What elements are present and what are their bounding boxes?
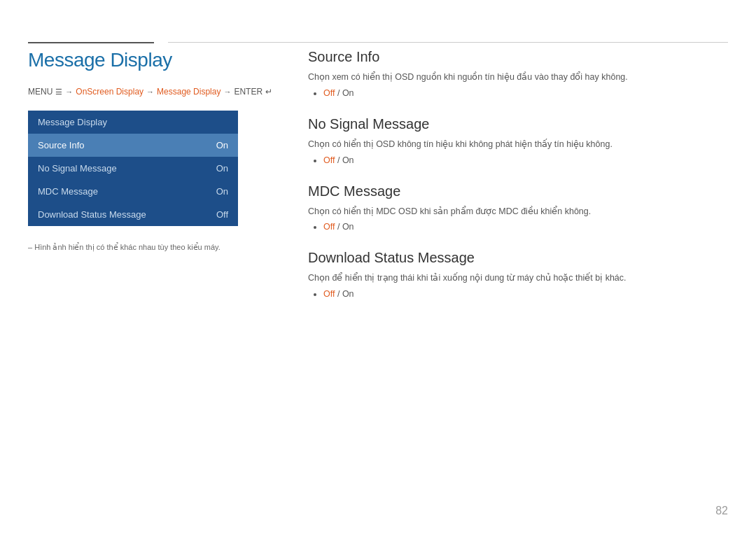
section-desc-no-signal-message: Chọn có hiển thị OSD không tín hiệu khi … (308, 138, 728, 151)
section-title-no-signal-message: No Signal Message (308, 116, 728, 132)
section-desc-source-info: Chọn xem có hiển thị OSD nguồn khi nguồn… (308, 71, 728, 84)
breadcrumb-menu: MENU (28, 87, 52, 97)
nav-row[interactable]: Source InfoOn (28, 134, 238, 157)
section-title-source-info: Source Info (308, 49, 728, 65)
nav-item-value: Off (196, 203, 238, 226)
right-panel: Source InfoChọn xem có hiển thị OSD nguồ… (308, 49, 728, 317)
breadcrumb-onscreen[interactable]: OnScreen Display (76, 87, 144, 97)
option-off-on-mdc-message: Off / On (323, 222, 728, 232)
left-panel: Message Display MENU ☰ → OnScreen Displa… (28, 49, 294, 252)
nav-table-header: Message Display (28, 111, 238, 134)
option-on-source-info: On (342, 88, 354, 98)
section-mdc-message: MDC MessageChọn có hiển thị MDC OSD khi … (308, 183, 728, 232)
page-number: 82 (715, 505, 728, 517)
nav-item-value: On (196, 180, 238, 203)
nav-item-label: Download Status Message (28, 203, 196, 226)
nav-table: Message Display Source InfoOnNo Signal M… (28, 111, 238, 226)
option-on-download-status-message: On (342, 289, 354, 299)
footnote: Hình ảnh hiển thị có thể khác nhau tùy t… (28, 243, 294, 252)
menu-icon: ☰ (55, 87, 62, 97)
option-off-no-signal-message: Off (323, 155, 335, 165)
section-title-mdc-message: MDC Message (308, 183, 728, 199)
page-title: Message Display (28, 49, 294, 71)
section-desc-download-status-message: Chọn để hiển thị trạng thái khi tải xuốn… (308, 272, 728, 285)
nav-item-value: On (196, 157, 238, 180)
section-source-info: Source InfoChọn xem có hiển thị OSD nguồ… (308, 49, 728, 98)
nav-row[interactable]: Download Status MessageOff (28, 203, 238, 226)
top-rule-right (168, 42, 728, 43)
enter-icon: ↵ (265, 87, 272, 97)
breadcrumb-arrow-1: → (65, 87, 73, 96)
option-off-on-no-signal-message: Off / On (323, 155, 728, 165)
nav-item-label: Source Info (28, 134, 196, 157)
option-off-on-download-status-message: Off / On (323, 289, 728, 299)
section-options-no-signal-message: Off / On (308, 155, 728, 165)
nav-item-label: No Signal Message (28, 157, 196, 180)
top-rule-left (28, 42, 154, 43)
nav-row[interactable]: MDC MessageOn (28, 180, 238, 203)
section-no-signal-message: No Signal MessageChọn có hiển thị OSD kh… (308, 116, 728, 165)
breadcrumb-arrow-3: → (223, 87, 231, 96)
nav-row[interactable]: No Signal MessageOn (28, 157, 238, 180)
breadcrumb: MENU ☰ → OnScreen Display → Message Disp… (28, 87, 294, 97)
breadcrumb-arrow-2: → (146, 87, 154, 96)
option-off-source-info: Off (323, 88, 335, 98)
option-off-download-status-message: Off (323, 289, 335, 299)
section-download-status-message: Download Status MessageChọn để hiển thị … (308, 250, 728, 299)
option-on-mdc-message: On (342, 222, 354, 232)
nav-item-value: On (196, 134, 238, 157)
option-on-no-signal-message: On (342, 155, 354, 165)
section-title-download-status-message: Download Status Message (308, 250, 728, 266)
breadcrumb-enter: ENTER (234, 87, 262, 97)
section-options-source-info: Off / On (308, 88, 728, 98)
section-options-mdc-message: Off / On (308, 222, 728, 232)
section-options-download-status-message: Off / On (308, 289, 728, 299)
option-off-mdc-message: Off (323, 222, 335, 232)
option-off-on-source-info: Off / On (323, 88, 728, 98)
section-desc-mdc-message: Chọn có hiển thị MDC OSD khi sản phẩm đư… (308, 205, 728, 218)
breadcrumb-message-display[interactable]: Message Display (157, 87, 220, 97)
nav-item-label: MDC Message (28, 180, 196, 203)
